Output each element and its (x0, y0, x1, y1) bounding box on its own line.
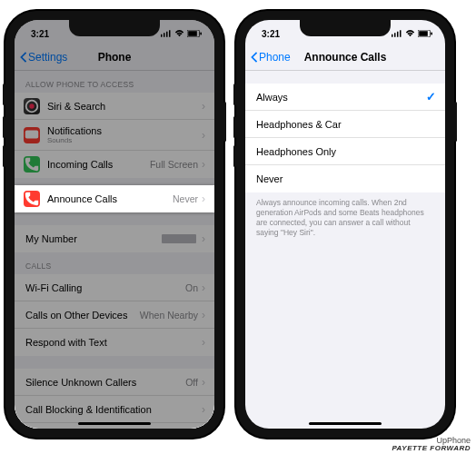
back-button-phone[interactable]: Phone (251, 51, 291, 64)
svg-rect-0 (161, 35, 163, 37)
option-label: Always (256, 92, 426, 103)
option-headphones-car[interactable]: Headphones & Car (245, 111, 445, 138)
row-calls-other-devices[interactable]: Calls on Other Devices When Nearby › (15, 301, 214, 329)
page-title: Phone (98, 51, 132, 64)
back-label: Phone (259, 51, 291, 64)
screen-left: 3:21 Settings Phone ALLOW PHONE TO ACCES… (15, 20, 214, 429)
svg-rect-10 (392, 35, 393, 37)
home-indicator[interactable] (78, 422, 151, 425)
wifi-icon (174, 30, 184, 37)
option-label: Headphones Only (256, 146, 436, 157)
chevron-right-icon: › (202, 100, 205, 113)
section-header-allow: ALLOW PHONE TO ACCESS (15, 71, 214, 93)
chevron-left-icon (251, 52, 258, 63)
row-label: Call Blocking & Identification (25, 404, 202, 415)
svg-rect-3 (169, 30, 171, 37)
svg-rect-6 (200, 32, 202, 35)
chevron-right-icon: › (202, 158, 205, 171)
chevron-right-icon: › (202, 129, 205, 142)
row-silence-unknown[interactable]: Silence Unknown Callers Off › (15, 369, 214, 396)
svg-rect-5 (188, 31, 197, 36)
row-label: Silence Unknown Callers (25, 377, 185, 388)
svg-rect-16 (431, 32, 432, 35)
svg-rect-1 (164, 33, 165, 37)
row-my-number[interactable]: My Number › (15, 225, 214, 252)
screen-right: 3:21 Phone Announce Calls Alway (245, 20, 445, 429)
notch (69, 20, 160, 36)
row-siri-search[interactable]: Siri & Search › (15, 93, 214, 120)
announce-icon (24, 191, 40, 207)
row-value: On (185, 282, 198, 293)
row-label: Notifications Sounds (47, 125, 202, 144)
option-label: Headphones & Car (256, 119, 436, 130)
row-label: Siri & Search (47, 101, 202, 112)
row-value: When Nearby (140, 310, 198, 321)
signal-icon (392, 30, 402, 37)
section-header-calls: CALLS (15, 252, 214, 274)
status-icons (392, 30, 432, 37)
chevron-right-icon: › (202, 336, 205, 349)
row-incoming-calls[interactable]: Incoming Calls Full Screen › (15, 151, 214, 178)
page-title: Announce Calls (304, 51, 387, 64)
siri-icon (24, 98, 40, 114)
svg-rect-2 (166, 32, 168, 37)
chevron-right-icon: › (202, 376, 205, 389)
battery-icon (187, 30, 202, 37)
chevron-left-icon (20, 52, 27, 63)
row-value: Never (173, 193, 198, 204)
status-time: 3:21 (31, 29, 49, 39)
chevron-right-icon: › (202, 192, 205, 205)
row-label: Calls on Other Devices (25, 310, 140, 321)
row-label: Wi-Fi Calling (25, 282, 185, 293)
row-value: Off (185, 377, 198, 388)
checkmark-icon: ✓ (426, 90, 436, 104)
row-label: Respond with Text (25, 337, 202, 348)
row-notifications[interactable]: Notifications Sounds › (15, 120, 214, 151)
chevron-right-icon: › (202, 281, 205, 294)
chevron-right-icon: › (202, 309, 205, 321)
status-time: 3:21 (262, 29, 280, 39)
signal-icon (161, 30, 172, 37)
option-never[interactable]: Never (245, 165, 445, 192)
svg-rect-11 (394, 33, 396, 37)
svg-rect-12 (397, 32, 399, 37)
svg-rect-15 (419, 31, 428, 36)
row-announce-calls[interactable]: Announce Calls Never › (15, 185, 214, 212)
svg-point-8 (29, 104, 34, 108)
row-label: Incoming Calls (47, 159, 150, 170)
row-respond-with-text[interactable]: Respond with Text › (15, 329, 214, 356)
status-icons (161, 30, 202, 37)
notch (300, 20, 391, 36)
wifi-icon (405, 30, 415, 37)
svg-rect-13 (400, 30, 402, 37)
navbar-left: Settings Phone (15, 44, 214, 71)
row-wifi-calling[interactable]: Wi-Fi Calling On › (15, 274, 214, 301)
row-call-blocking[interactable]: Call Blocking & Identification › (15, 396, 214, 423)
section-footer: Always announce incoming calls. When 2nd… (245, 192, 445, 242)
phone-icon (24, 156, 40, 173)
home-indicator[interactable] (309, 422, 382, 425)
navbar-right: Phone Announce Calls (245, 44, 445, 71)
option-headphones-only[interactable]: Headphones Only (245, 138, 445, 165)
notifications-icon (24, 127, 40, 143)
option-label: Never (256, 173, 436, 184)
svg-rect-9 (25, 130, 38, 138)
settings-content: ALLOW PHONE TO ACCESS Siri & Search › (15, 71, 214, 429)
option-always[interactable]: Always ✓ (245, 84, 445, 111)
row-label: My Number (25, 233, 162, 244)
back-button-settings[interactable]: Settings (20, 51, 67, 64)
watermark: UpPhone PAYETTE FORWARD (392, 437, 471, 452)
battery-icon (418, 30, 432, 37)
my-number-redacted (162, 234, 196, 243)
row-value: Full Screen (150, 159, 198, 170)
announce-content: Always ✓ Headphones & Car Headphones Onl… (245, 71, 445, 429)
chevron-right-icon: › (202, 232, 205, 245)
row-label: Announce Calls (47, 193, 173, 204)
phone-frame-right: 3:21 Phone Announce Calls Alway (236, 11, 454, 438)
phone-frame-left: 3:21 Settings Phone ALLOW PHONE TO ACCES… (5, 11, 223, 438)
back-label: Settings (28, 51, 67, 64)
chevron-right-icon: › (202, 403, 205, 416)
